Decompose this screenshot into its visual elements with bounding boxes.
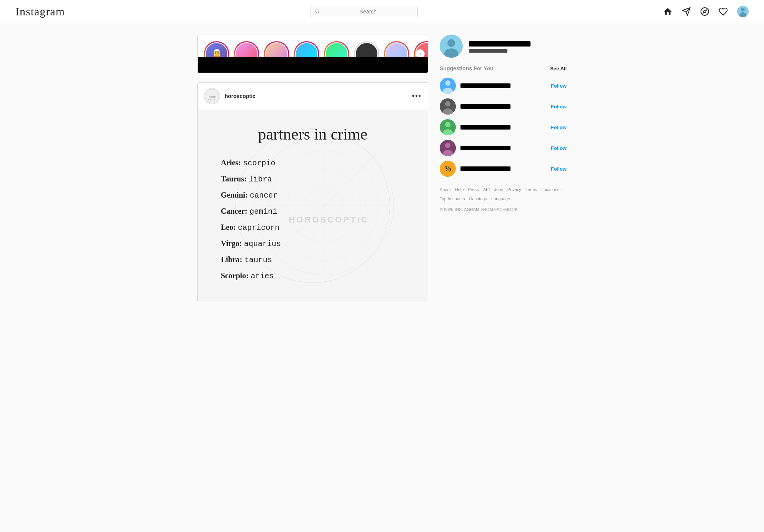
send-icon[interactable] [682, 7, 691, 16]
suggestion-item: Follow [440, 98, 567, 115]
svg-line-1 [319, 12, 319, 13]
list-item: Aries: scorpio [221, 155, 281, 171]
svg-point-0 [316, 10, 319, 13]
suggestion-avatar[interactable] [440, 140, 456, 156]
footer-link-about[interactable]: About [440, 186, 451, 194]
zodiac-match: taurus [244, 256, 272, 264]
post-author: HORO SCOPTIC horoscoptic [204, 88, 255, 104]
search-icon [315, 9, 320, 14]
avatar[interactable] [737, 6, 749, 17]
svg-point-32 [445, 101, 450, 106]
story-black-bar [198, 57, 428, 73]
stories-container: 🧝 [197, 35, 428, 73]
zodiac-sign: Aries: [221, 158, 241, 167]
zodiac-match: gemini [249, 207, 277, 216]
zodiac-sign: Cancer: [221, 207, 247, 215]
follow-button[interactable]: Follow [551, 83, 567, 89]
footer-link-jobs[interactable]: Jobs [494, 186, 503, 194]
list-item: Gemini: cancer [221, 187, 281, 203]
footer-link-help[interactable]: Help [455, 186, 464, 194]
suggestion-name [460, 83, 510, 88]
header-icons [663, 6, 749, 17]
follow-button[interactable]: Follow [551, 104, 567, 110]
post-header: HORO SCOPTIC horoscoptic ••• [198, 83, 428, 110]
search-bar[interactable] [310, 6, 418, 17]
footer-link-locations[interactable]: Locations [541, 186, 559, 194]
svg-point-35 [445, 122, 450, 127]
suggestion-info [460, 104, 546, 109]
header: Instagram [0, 0, 764, 23]
see-all-button[interactable]: See All [550, 66, 567, 71]
suggestion-info [460, 146, 546, 150]
suggestion-avatar[interactable] [440, 98, 456, 115]
footer-link-privacy[interactable]: Privacy [507, 186, 521, 194]
suggestion-info [460, 125, 546, 130]
suggestion-avatar[interactable] [440, 78, 456, 94]
zodiac-match: cancer [250, 191, 278, 200]
home-icon[interactable] [663, 7, 672, 16]
suggestions-title: Suggestions For You [440, 65, 494, 71]
post-avatar[interactable]: HORO SCOPTIC [204, 88, 220, 104]
suggestions-header: Suggestions For You See All [440, 65, 567, 71]
sidebar-profile-avatar[interactable] [440, 35, 463, 58]
sidebar-name-redacted [469, 49, 507, 53]
svg-point-7 [741, 8, 745, 12]
sidebar-username-redacted [469, 41, 530, 47]
zodiac-list: Aries: scorpio Taurus: libra Gemini: can… [221, 155, 281, 284]
zodiac-sign: Taurus: [221, 175, 247, 183]
post-more-button[interactable]: ••• [412, 92, 422, 100]
suggestion-item: % Follow [440, 161, 567, 177]
list-item: Leo: capricorn [221, 219, 281, 236]
explore-icon[interactable] [700, 7, 709, 16]
svg-text:SCOPTIC: SCOPTIC [208, 99, 216, 101]
follow-button[interactable]: Follow [551, 166, 567, 172]
feed-column: 🧝 [197, 35, 428, 302]
post-card: HORO SCOPTIC horoscoptic ••• [197, 82, 428, 302]
post-title: partners in crime [258, 125, 368, 143]
post-username[interactable]: horoscoptic [225, 93, 255, 99]
watermark: HOROSCOPTIC [289, 215, 369, 225]
follow-button[interactable]: Follow [551, 125, 567, 130]
sidebar-footer: About· Help· Press· API· Jobs· Privacy· … [440, 186, 567, 213]
instagram-logo: Instagram [15, 5, 65, 18]
list-item: Virgo: aquarius [221, 236, 281, 252]
list-item: Scorpio: aries [221, 268, 281, 284]
suggestion-name [460, 104, 510, 109]
sidebar-column: Suggestions For You See All Follow [440, 35, 567, 302]
suggestion-avatar[interactable]: % [440, 161, 456, 177]
footer-links: About· Help· Press· API· Jobs· Privacy· … [440, 186, 567, 203]
sidebar-profile [440, 35, 567, 58]
suggestion-avatar[interactable] [440, 119, 456, 135]
footer-link-top-accounts[interactable]: Top Accounts [440, 195, 465, 203]
list-item: Cancer: gemini [221, 203, 281, 219]
zodiac-match: libra [249, 175, 272, 184]
heart-icon[interactable] [719, 7, 728, 16]
footer-link-hashtags[interactable]: Hashtags [469, 195, 487, 203]
suggestion-name [460, 125, 510, 130]
zodiac-sign: Libra: [221, 255, 242, 264]
suggestion-name [460, 166, 510, 171]
search-input[interactable] [323, 8, 413, 15]
follow-button[interactable]: Follow [551, 145, 567, 151]
footer-link-language[interactable]: Language [491, 195, 510, 203]
footer-link-api[interactable]: API [483, 186, 490, 194]
svg-point-26 [447, 39, 455, 47]
footer-link-terms[interactable]: Terms [525, 186, 537, 194]
zodiac-match: aquarius [244, 239, 281, 248]
sidebar-username-block [469, 40, 530, 53]
suggestion-item: Follow [440, 78, 567, 94]
zodiac-sign: Leo: [221, 223, 236, 231]
svg-marker-5 [703, 10, 706, 13]
zodiac-sign: Virgo: [221, 239, 242, 248]
suggestion-info [460, 83, 546, 88]
zodiac-match: scorpio [243, 159, 275, 168]
suggestion-info [460, 166, 546, 171]
zodiac-sign: Scorpio: [221, 271, 249, 280]
post-image: partners in crime Aries: scorpio Taurus:… [198, 110, 428, 302]
suggestion-item: Follow [440, 119, 567, 135]
zodiac-match: capricorn [238, 223, 279, 232]
svg-point-38 [445, 143, 450, 148]
list-item: Taurus: libra [221, 171, 281, 187]
footer-link-press[interactable]: Press [468, 186, 479, 194]
svg-point-4 [701, 8, 709, 15]
